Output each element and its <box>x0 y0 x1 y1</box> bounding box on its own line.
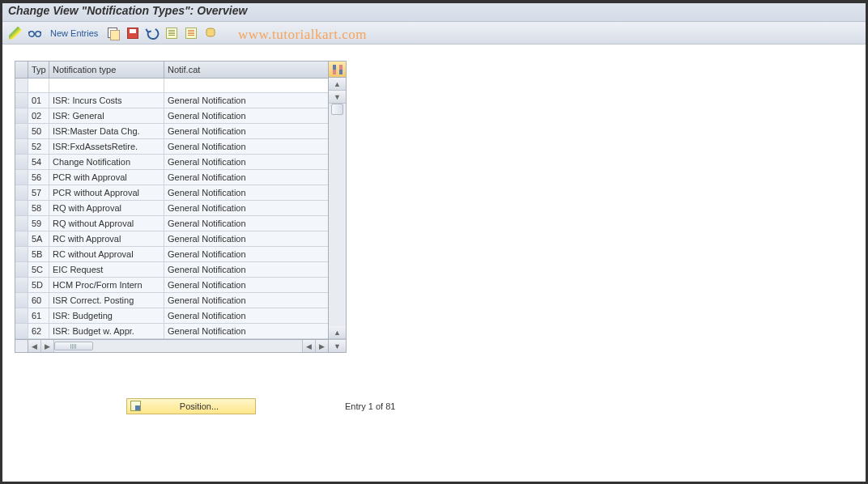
vscroll-up-button[interactable]: ▲ <box>329 78 346 91</box>
cell-notification-type[interactable]: HCM Proc/Form Intern <box>49 278 164 292</box>
undo-icon[interactable] <box>145 26 160 40</box>
cell-notification-type[interactable]: RC without Approval <box>49 247 164 261</box>
hscroll-left-end-button[interactable]: ◀ <box>302 340 315 352</box>
cell-notif-cat[interactable]: General Notification <box>164 247 328 261</box>
cell-notification-type[interactable]: ISR Correct. Posting <box>49 293 164 308</box>
table-row[interactable]: 52ISR:FxdAssetsRetire.General Notificati… <box>15 139 328 155</box>
row-selector[interactable] <box>15 262 28 277</box>
cell-typ[interactable]: 58 <box>28 201 49 215</box>
filter-name[interactable] <box>49 79 164 92</box>
row-selector[interactable] <box>15 308 28 323</box>
row-selector[interactable] <box>15 185 28 200</box>
vscroll-up-end-button[interactable]: ▲ <box>329 326 346 339</box>
cell-notif-cat[interactable]: General Notification <box>164 308 328 323</box>
row-selector[interactable] <box>15 108 28 123</box>
cell-notif-cat[interactable]: General Notification <box>164 124 328 138</box>
cell-notification-type[interactable]: ISR: Budgeting <box>49 308 164 323</box>
cell-typ[interactable]: 50 <box>28 124 49 138</box>
row-selector[interactable] <box>15 170 28 185</box>
table-row[interactable]: 5BRC without ApprovalGeneral Notificatio… <box>15 247 328 262</box>
cell-typ[interactable]: 5A <box>28 231 49 246</box>
cell-typ[interactable]: 54 <box>28 155 49 169</box>
column-notification-type[interactable]: Notification type <box>49 62 164 78</box>
cell-typ[interactable]: 56 <box>28 170 49 185</box>
cell-notif-cat[interactable]: General Notification <box>164 93 328 108</box>
cell-typ[interactable]: 5B <box>28 247 49 261</box>
cell-notif-cat[interactable]: General Notification <box>164 262 328 277</box>
column-selector[interactable] <box>15 62 28 78</box>
cell-notification-type[interactable]: ISR: Budget w. Appr. <box>49 324 164 338</box>
vscroll-down-end-button[interactable]: ▼ <box>329 339 346 352</box>
deselect-all-icon[interactable] <box>184 26 198 40</box>
row-selector[interactable] <box>15 155 28 169</box>
cell-notification-type[interactable]: EIC Request <box>49 262 164 277</box>
table-row[interactable]: 54Change NotificationGeneral Notificatio… <box>15 155 328 170</box>
cell-typ[interactable]: 62 <box>28 324 49 338</box>
column-notif-cat[interactable]: Notif.cat <box>164 62 328 78</box>
cell-notification-type[interactable]: ISR:FxdAssetsRetire. <box>49 139 164 154</box>
new-entries-button[interactable]: New Entries <box>47 28 101 38</box>
cell-notification-type[interactable]: ISR: Incurs Costs <box>49 93 164 108</box>
cell-typ[interactable]: 59 <box>28 216 49 231</box>
row-selector[interactable] <box>15 201 28 215</box>
cell-notification-type[interactable]: RQ without Approval <box>49 216 164 231</box>
vscroll-track[interactable] <box>329 104 346 326</box>
row-selector[interactable] <box>15 216 28 231</box>
cell-notif-cat[interactable]: General Notification <box>164 170 328 185</box>
row-selector[interactable] <box>15 247 28 261</box>
cell-typ[interactable]: 52 <box>28 139 49 154</box>
change-icon[interactable] <box>8 26 23 40</box>
table-row[interactable]: 01ISR: Incurs CostsGeneral Notification <box>15 93 328 108</box>
table-row[interactable]: 5ARC with ApprovalGeneral Notification <box>15 231 328 247</box>
cell-notification-type[interactable]: ISR:Master Data Chg. <box>49 124 164 138</box>
row-selector[interactable] <box>15 293 28 308</box>
cell-notification-type[interactable]: PCR without Approval <box>49 185 164 200</box>
print-icon[interactable] <box>203 26 218 40</box>
display-icon[interactable] <box>28 26 42 40</box>
hscroll-right-end-button[interactable]: ▶ <box>315 340 328 352</box>
cell-notification-type[interactable]: RC with Approval <box>49 231 164 246</box>
table-row[interactable]: 58RQ with ApprovalGeneral Notification <box>15 201 328 216</box>
cell-notif-cat[interactable]: General Notification <box>164 293 328 308</box>
cell-typ[interactable]: 5D <box>28 278 49 292</box>
row-selector[interactable] <box>15 231 28 246</box>
hscroll-thumb[interactable] <box>54 342 93 350</box>
vscroll-thumb[interactable] <box>331 104 343 115</box>
table-row[interactable]: 62ISR: Budget w. Appr.General Notificati… <box>15 324 328 339</box>
hscroll-track[interactable] <box>54 340 302 352</box>
column-typ[interactable]: Typ <box>28 62 49 78</box>
hscroll-right-step-button[interactable]: ▶ <box>41 340 54 352</box>
cell-notification-type[interactable]: PCR with Approval <box>49 170 164 185</box>
cell-notif-cat[interactable]: General Notification <box>164 324 328 338</box>
cell-notif-cat[interactable]: General Notification <box>164 139 328 154</box>
cell-notif-cat[interactable]: General Notification <box>164 231 328 246</box>
table-row[interactable]: 56PCR with ApprovalGeneral Notification <box>15 170 328 185</box>
vscroll-down-step-button[interactable]: ▼ <box>329 91 346 104</box>
cell-notification-type[interactable]: Change Notification <box>49 155 164 169</box>
row-selector[interactable] <box>15 139 28 154</box>
table-row[interactable]: 5DHCM Proc/Form InternGeneral Notificati… <box>15 278 328 293</box>
row-selector[interactable] <box>15 278 28 292</box>
filter-sel[interactable] <box>15 79 28 92</box>
table-row[interactable]: 5CEIC RequestGeneral Notification <box>15 262 328 278</box>
filter-cat[interactable] <box>164 79 328 92</box>
cell-notif-cat[interactable]: General Notification <box>164 216 328 231</box>
cell-typ[interactable]: 01 <box>28 93 49 108</box>
row-selector[interactable] <box>15 324 28 338</box>
cell-notification-type[interactable]: RQ with Approval <box>49 201 164 215</box>
row-selector[interactable] <box>15 93 28 108</box>
cell-typ[interactable]: 61 <box>28 308 49 323</box>
table-row[interactable]: 50ISR:Master Data Chg.General Notificati… <box>15 124 328 139</box>
cell-typ[interactable]: 02 <box>28 108 49 123</box>
hscroll-left-button[interactable]: ◀ <box>28 340 41 352</box>
save-icon[interactable] <box>126 26 140 40</box>
table-row[interactable]: 02ISR: GeneralGeneral Notification <box>15 108 328 124</box>
row-selector[interactable] <box>15 124 28 138</box>
select-all-icon[interactable] <box>164 26 179 40</box>
table-row[interactable]: 60ISR Correct. PostingGeneral Notificati… <box>15 293 328 308</box>
table-row[interactable]: 59RQ without ApprovalGeneral Notificatio… <box>15 216 328 231</box>
cell-notif-cat[interactable]: General Notification <box>164 108 328 123</box>
cell-notif-cat[interactable]: General Notification <box>164 201 328 215</box>
cell-notif-cat[interactable]: General Notification <box>164 278 328 292</box>
cell-typ[interactable]: 5C <box>28 262 49 277</box>
